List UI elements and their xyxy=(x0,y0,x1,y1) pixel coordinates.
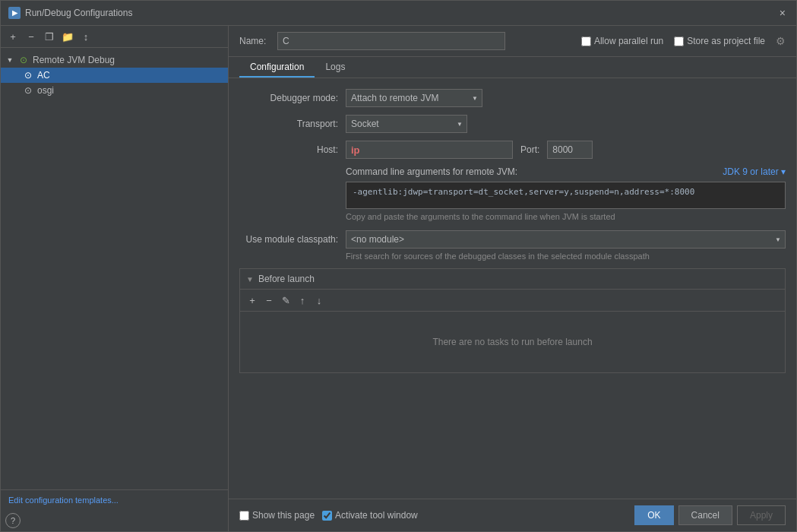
before-launch-add-button[interactable]: + xyxy=(245,293,260,308)
before-launch-remove-button[interactable]: − xyxy=(261,293,277,308)
help-button[interactable]: ? xyxy=(5,513,21,528)
cancel-button[interactable]: Cancel xyxy=(678,505,732,525)
gear-icon[interactable]: ⚙ xyxy=(776,35,786,47)
allow-parallel-text: Allow parallel run xyxy=(594,36,663,46)
tree-node-remote-jvm[interactable]: ▼ ⊙ Remote JVM Debug xyxy=(1,52,228,68)
host-port-row: Host: Port: xyxy=(239,141,786,159)
run-debug-dialog: ▶ Run/Debug Configurations × + − ❐ 📁 ↕ ▼… xyxy=(0,0,797,532)
transport-row: Transport: Socket Shared memory xyxy=(239,115,786,133)
module-hint: First search for sources of the debugged… xyxy=(346,252,786,261)
tree-expand-arrow: ▼ xyxy=(5,55,14,65)
name-options: Allow parallel run Store as project file… xyxy=(581,35,786,47)
before-launch-down-button[interactable]: ↓ xyxy=(312,293,327,308)
before-launch-toolbar: + − ✎ ↑ ↓ xyxy=(240,290,785,312)
left-panel: + − ❐ 📁 ↕ ▼ ⊙ Remote JVM Debug ⊙ AC xyxy=(1,26,229,531)
debugger-mode-label: Debugger mode: xyxy=(239,93,338,103)
before-launch-body: There are no tasks to run before launch xyxy=(240,312,785,372)
right-panel: Name: Allow parallel run Store as projec… xyxy=(229,26,796,531)
activate-tool-checkbox[interactable] xyxy=(322,511,332,521)
debugger-mode-row: Debugger mode: Attach to remote JVM List… xyxy=(239,89,786,107)
edit-templates-link[interactable]: Edit configuration templates... xyxy=(8,496,119,505)
name-label: Name: xyxy=(239,36,270,46)
remove-config-button[interactable]: − xyxy=(24,29,39,44)
tree-node-ac[interactable]: ⊙ AC xyxy=(1,68,228,83)
cmdline-section: Command line arguments for remote JVM: J… xyxy=(239,166,786,221)
activate-tool-label: Activate tool window xyxy=(322,510,418,521)
before-launch-up-button[interactable]: ↑ xyxy=(295,293,310,308)
tree-node-osgi[interactable]: ⊙ osgi xyxy=(1,83,228,98)
dialog-title: Run/Debug Configurations xyxy=(25,8,132,18)
title-bar-left: ▶ Run/Debug Configurations xyxy=(8,7,132,19)
left-toolbar: + − ❐ 📁 ↕ xyxy=(1,26,228,48)
title-bar: ▶ Run/Debug Configurations × xyxy=(1,1,796,26)
cmdline-label: Command line arguments for remote JVM: xyxy=(346,166,517,177)
show-page-label: Show this page xyxy=(239,510,315,521)
tab-logs[interactable]: Logs xyxy=(315,57,356,78)
debugger-mode-select-wrapper: Attach to remote JVM Listen to remote JV… xyxy=(346,89,482,107)
activate-tool-text: Activate tool window xyxy=(335,510,418,521)
copy-config-button[interactable]: ❐ xyxy=(42,29,57,44)
cmdline-hint: Copy and paste the arguments to the comm… xyxy=(346,212,786,221)
config-icon-osgi: ⊙ xyxy=(22,84,34,97)
before-launch-arrow[interactable]: ▼ xyxy=(246,275,254,283)
debugger-mode-select[interactable]: Attach to remote JVM Listen to remote JV… xyxy=(346,89,482,107)
left-footer: Edit configuration templates... xyxy=(1,489,228,510)
host-label: Host: xyxy=(239,144,338,155)
close-button[interactable]: × xyxy=(776,5,789,21)
host-input[interactable] xyxy=(346,141,513,159)
show-page-text: Show this page xyxy=(252,510,315,521)
tree-node-label-remote-jvm: Remote JVM Debug xyxy=(33,55,115,65)
jdk-version-link[interactable]: JDK 9 or later ▾ xyxy=(723,166,786,177)
add-config-button[interactable]: + xyxy=(5,29,21,44)
main-content: + − ❐ 📁 ↕ ▼ ⊙ Remote JVM Debug ⊙ AC xyxy=(1,26,796,531)
tabs-row: Configuration Logs xyxy=(229,57,796,78)
remote-jvm-icon: ⊙ xyxy=(17,54,30,66)
port-input[interactable] xyxy=(547,141,593,159)
show-page-checkbox[interactable] xyxy=(239,511,249,521)
module-label: Use module classpath: xyxy=(239,234,338,245)
cmdline-box: -agentlib:jdwp=transport=dt_socket,serve… xyxy=(346,182,786,209)
before-launch-header: ▼ Before launch xyxy=(240,269,785,290)
sort-config-button[interactable]: ↕ xyxy=(78,29,93,44)
before-launch-title: Before launch xyxy=(258,274,315,284)
module-row: Use module classpath: <no module> xyxy=(239,230,786,249)
transport-label: Transport: xyxy=(239,119,338,129)
config-area: Debugger mode: Attach to remote JVM List… xyxy=(229,78,796,499)
apply-button[interactable]: Apply xyxy=(737,505,786,525)
transport-select-wrapper: Socket Shared memory xyxy=(346,115,467,133)
tree-node-label-osgi: osgi xyxy=(37,85,54,96)
before-launch-section: ▼ Before launch + − ✎ ↑ ↓ There are no t… xyxy=(239,268,786,373)
transport-select[interactable]: Socket Shared memory xyxy=(346,115,467,133)
port-label: Port: xyxy=(520,144,539,155)
config-tree: ▼ ⊙ Remote JVM Debug ⊙ AC ⊙ osgi xyxy=(1,48,228,489)
cmdline-header: Command line arguments for remote JVM: J… xyxy=(239,166,786,177)
name-input[interactable] xyxy=(277,32,505,50)
module-select[interactable]: <no module> xyxy=(346,230,786,249)
name-row: Name: Allow parallel run Store as projec… xyxy=(229,26,796,57)
dialog-icon: ▶ xyxy=(8,7,21,19)
module-select-wrapper: <no module> xyxy=(346,230,786,249)
before-launch-edit-button[interactable]: ✎ xyxy=(278,293,293,308)
config-icon-ac: ⊙ xyxy=(22,69,34,81)
bottom-buttons: OK Cancel Apply xyxy=(634,505,786,525)
allow-parallel-checkbox[interactable] xyxy=(581,36,591,46)
tab-configuration[interactable]: Configuration xyxy=(239,57,315,78)
bottom-bar: Show this page Activate tool window OK C… xyxy=(229,499,796,531)
tree-node-label-ac: AC xyxy=(37,70,50,81)
store-project-label: Store as project file xyxy=(674,36,765,46)
folder-config-button[interactable]: 📁 xyxy=(60,29,75,44)
store-project-checkbox[interactable] xyxy=(674,36,684,46)
store-project-text: Store as project file xyxy=(687,36,765,46)
no-tasks-message: There are no tasks to run before launch xyxy=(432,337,592,347)
tree-group-remote-jvm: ▼ ⊙ Remote JVM Debug ⊙ AC ⊙ osgi xyxy=(1,51,228,100)
allow-parallel-label: Allow parallel run xyxy=(581,36,663,46)
ok-button[interactable]: OK xyxy=(634,505,673,525)
